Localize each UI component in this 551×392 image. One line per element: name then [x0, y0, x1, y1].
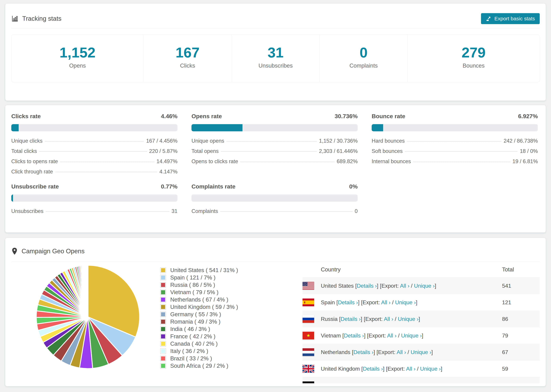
legend-item-france[interactable]: France ( 42 / 2% ) [160, 333, 283, 340]
legend-swatch [160, 356, 166, 361]
export-unique-link[interactable]: Unique › [414, 283, 435, 289]
export-unique-link[interactable]: Unique › [398, 316, 418, 322]
flag-de-icon [303, 381, 314, 383]
country-links: Vietnam [Details ›] [Export: All › / Uni… [321, 332, 423, 339]
stat-label: Complaints [320, 63, 407, 69]
rate-detail-row: Total clicks220 / 5.87% [11, 148, 177, 153]
dotted-leader [220, 211, 352, 212]
rate-detail-label: Soft bounces [372, 148, 403, 154]
legend-label: Brazil ( 33 / 2% ) [170, 355, 212, 362]
rate-detail-value: 31 [172, 208, 177, 214]
legend-label: India ( 46 / 3% ) [170, 326, 210, 332]
rate-value: 30.736% [335, 113, 358, 119]
rate-name: Complaints rate [191, 183, 235, 190]
rate-detail-value: 689.82% [337, 158, 358, 165]
rate-detail-row: Internal bounces19 / 6.81% [372, 158, 538, 163]
rate-detail-row: Click through rate4.147% [11, 169, 177, 174]
legend-item-canada[interactable]: Canada ( 40 / 2% ) [160, 340, 283, 347]
legend-label: Netherlands ( 67 / 4% ) [170, 296, 228, 303]
details-link[interactable]: Details › [341, 316, 361, 322]
rate-detail-row: Unique clicks167 / 4.456% [11, 138, 177, 143]
rate-detail-row: Unique opens1,152 / 30.736% [191, 138, 358, 143]
legend-label: Russia ( 86 / 5% ) [170, 282, 215, 288]
flag-gb-icon [303, 365, 314, 373]
export-all-link[interactable]: All › [384, 316, 393, 322]
rate-progress-fill [11, 195, 13, 202]
export-all-link[interactable]: All › [381, 299, 390, 305]
rate-progress-track [11, 124, 177, 131]
dotted-leader [226, 141, 317, 141]
details-link[interactable]: Details › [338, 299, 358, 305]
country-cell: Netherlands [Details ›] [Export: All › /… [303, 348, 502, 356]
legend-item-russia[interactable]: Russia ( 86 / 5% ) [160, 281, 283, 288]
legend-item-south-africa[interactable]: South Africa ( 29 / 2% ) [160, 362, 283, 369]
export-basic-stats-button[interactable]: Export basic stats [481, 13, 540, 24]
export-unique-link[interactable]: Unique › [395, 299, 416, 305]
rate-panel-header: Opens rate30.736% [191, 113, 358, 120]
legend-item-india[interactable]: India ( 46 / 3% ) [160, 325, 283, 333]
country-links: Netherlands [Details ›] [Export: All › /… [321, 349, 433, 355]
legend-item-spain[interactable]: Spain ( 121 / 7% ) [160, 274, 283, 281]
tracking-stats-title: Tracking stats [11, 15, 61, 22]
details-link[interactable]: Details › [353, 349, 373, 355]
dotted-leader [55, 172, 157, 172]
rate-detail-value: 2,303 / 61.446% [319, 148, 358, 154]
rate-detail-value: 0 [355, 208, 358, 214]
stat-cell-clicks: 167Clicks [144, 35, 232, 82]
rate-detail-row: Clicks to opens rate14.497% [11, 158, 177, 163]
export-all-link[interactable]: All › [397, 349, 406, 355]
flag-nl-icon [303, 348, 314, 356]
rate-detail-label: Unsubscribes [11, 208, 43, 214]
legend-item-germany[interactable]: Germany ( 55 / 3% ) [160, 311, 283, 318]
dotted-leader [45, 141, 144, 141]
details-link[interactable]: Details › [363, 366, 383, 372]
country-links: Spain [Details ›] [Export: All › / Uniqu… [321, 299, 417, 306]
tracking-stats-header: Tracking stats Export basic stats [11, 13, 540, 24]
dotted-leader [39, 151, 147, 152]
rate-detail-label: Unique opens [191, 138, 224, 144]
legend-item-united-kingdom[interactable]: United Kingdom ( 59 / 3% ) [160, 303, 283, 311]
rate-detail-label: Opens to clicks rate [191, 158, 238, 165]
legend-swatch [160, 334, 166, 339]
table-row-united-states: United States [Details ›] [Export: All ›… [303, 278, 540, 294]
export-unique-link[interactable]: Unique › [420, 366, 441, 372]
total-cell: 59 [502, 366, 540, 372]
rate-name: Unsubscribe rate [11, 183, 59, 190]
legend-label: Germany ( 55 / 3% ) [170, 311, 221, 318]
legend-label: United Kingdom ( 59 / 3% ) [170, 304, 238, 310]
table-row-russia: Russia [Details ›] [Export: All › / Uniq… [303, 311, 540, 327]
tracking-stats-card: Tracking stats Export basic stats 1,152O… [5, 3, 546, 101]
legend-item-united-states[interactable]: United States ( 541 / 31% ) [160, 266, 283, 274]
legend-label: Vietnam ( 79 / 5% ) [170, 289, 219, 295]
export-unique-link[interactable]: Unique › [401, 332, 422, 339]
table-row [303, 377, 540, 383]
stat-label: Unsubscribes [232, 63, 319, 69]
rate-progress-track [191, 195, 358, 202]
stats-summary-box: 1,152Opens167Clicks31Unsubscribes0Compla… [11, 35, 540, 82]
export-all-link[interactable]: All › [387, 332, 396, 339]
details-link[interactable]: Details › [344, 332, 364, 339]
rate-panel-clicks-rate: Clicks rate4.46%Unique clicks167 / 4.456… [11, 113, 177, 174]
export-unique-link[interactable]: Unique › [411, 349, 431, 355]
export-all-link[interactable]: All › [400, 283, 409, 289]
legend-item-brazil[interactable]: Brazil ( 33 / 2% ) [160, 355, 283, 362]
legend-item-netherlands[interactable]: Netherlands ( 67 / 4% ) [160, 296, 283, 303]
rate-name: Opens rate [191, 113, 222, 119]
legend-item-italy[interactable]: Italy ( 36 / 2% ) [160, 347, 283, 355]
legend-label: Romania ( 49 / 3% ) [170, 318, 220, 325]
legend-item-vietnam[interactable]: Vietnam ( 79 / 5% ) [160, 288, 283, 296]
stat-cell-bounces: 279Bounces [407, 35, 540, 82]
rate-progress-fill [11, 124, 19, 131]
rate-detail-value: 4.147% [160, 169, 177, 175]
legend-item-romania[interactable]: Romania ( 49 / 3% ) [160, 318, 283, 325]
export-all-link[interactable]: All › [406, 366, 416, 372]
rate-detail-label: Click through rate [11, 169, 53, 175]
stat-label: Clicks [144, 63, 232, 69]
rate-detail-value: 19 / 6.81% [513, 158, 538, 165]
flag-es-icon [303, 298, 314, 306]
stat-cell-opens: 1,152Opens [11, 35, 144, 82]
rate-detail-value: 220 / 5.87% [149, 148, 177, 154]
details-link[interactable]: Details › [357, 283, 377, 289]
rate-panel-header: Unsubscribe rate0.77% [11, 183, 177, 190]
country-cell: United States [Details ›] [Export: All ›… [303, 282, 502, 290]
